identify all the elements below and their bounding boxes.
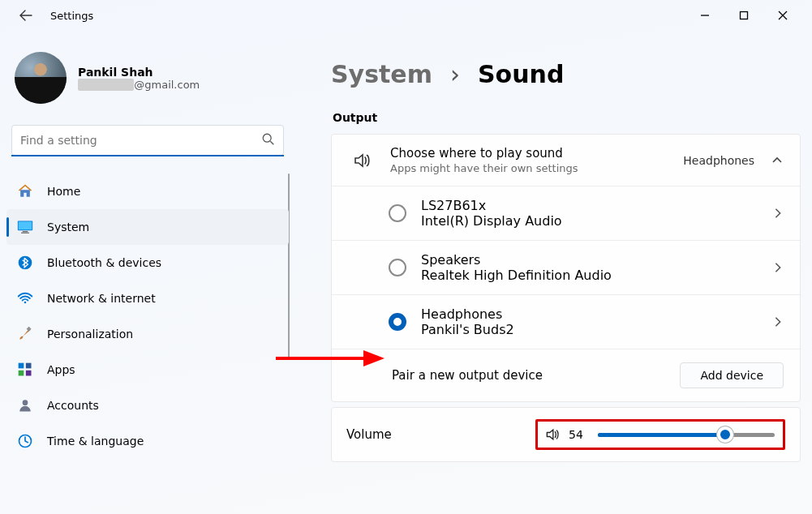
chevron-right-icon[interactable] <box>772 262 784 273</box>
sidebar-item-label: System <box>47 221 89 233</box>
output-card: Choose where to play sound Apps might ha… <box>331 134 801 402</box>
nav-list: Home System Bluetooth & devices Network … <box>6 173 289 459</box>
sidebar-item-label: Network & internet <box>47 292 156 305</box>
device-sub: Pankil's Buds2 <box>421 322 772 337</box>
sidebar-item-apps[interactable]: Apps <box>6 352 289 388</box>
user-email: xxxxxxxxx@gmail.com <box>78 79 200 91</box>
svg-rect-0 <box>741 12 748 19</box>
chevron-right-icon[interactable] <box>772 208 784 219</box>
chevron-right-icon[interactable] <box>772 316 784 328</box>
volume-label: Volume <box>346 427 535 442</box>
sidebar-item-home[interactable]: Home <box>6 173 289 209</box>
user-name: Pankil Shah <box>78 66 200 79</box>
speaker-icon <box>348 151 376 170</box>
minimize-button[interactable] <box>700 11 721 20</box>
volume-slider[interactable] <box>598 433 775 437</box>
sidebar-item-time-language[interactable]: Time & language <box>6 423 289 459</box>
system-icon <box>16 218 34 236</box>
radio-icon[interactable] <box>389 259 406 276</box>
breadcrumb-parent[interactable]: System <box>331 60 432 88</box>
svg-rect-8 <box>27 327 32 332</box>
svg-rect-5 <box>21 233 29 233</box>
svg-rect-3 <box>19 221 32 229</box>
bluetooth-icon <box>16 254 34 272</box>
sidebar-item-label: Home <box>47 185 80 198</box>
chevron-up-icon <box>771 154 784 167</box>
sidebar-item-label: Personalization <box>47 328 133 341</box>
svg-rect-10 <box>26 363 32 369</box>
pair-label: Pair a new output device <box>392 368 680 383</box>
breadcrumb-current: Sound <box>478 60 564 88</box>
user-block[interactable]: Pankil Shah xxxxxxxxx@gmail.com <box>6 45 289 118</box>
device-name: Speakers <box>421 252 772 268</box>
main-pane: System › Sound Output Choose where to pl… <box>295 31 812 514</box>
volume-highlight-box: 54 <box>535 419 785 450</box>
home-icon <box>16 182 34 200</box>
sidebar-item-network[interactable]: Network & internet <box>6 281 289 316</box>
radio-icon[interactable] <box>389 204 406 222</box>
sidebar-item-accounts[interactable]: Accounts <box>6 388 289 423</box>
wifi-icon <box>16 289 34 307</box>
output-section-label: Output <box>333 111 801 124</box>
device-row-ls27b61x[interactable]: LS27B61x Intel(R) Display Audio <box>332 186 800 240</box>
window-controls <box>700 11 804 20</box>
apps-icon <box>16 361 34 379</box>
sidebar-item-label: Accounts <box>47 399 99 412</box>
svg-rect-9 <box>19 363 24 369</box>
chevron-right-icon: › <box>450 60 460 88</box>
back-button[interactable] <box>13 2 39 28</box>
device-sub: Realtek High Definition Audio <box>421 268 772 283</box>
volume-slider-fill <box>598 433 725 437</box>
svg-rect-12 <box>26 371 32 376</box>
person-icon <box>16 396 34 414</box>
add-device-button[interactable]: Add device <box>680 362 784 388</box>
choose-output-sub: Apps might have their own settings <box>390 162 683 174</box>
svg-point-1 <box>263 134 271 142</box>
sidebar-item-system[interactable]: System <box>6 209 289 245</box>
titlebar: Settings <box>0 0 812 31</box>
volume-value: 54 <box>569 428 590 441</box>
radio-selected-icon[interactable] <box>389 313 406 331</box>
sidebar-item-personalization[interactable]: Personalization <box>6 316 289 352</box>
maximize-button[interactable] <box>739 11 760 20</box>
svg-point-7 <box>24 302 27 304</box>
search-icon <box>261 132 276 147</box>
volume-card: Volume 54 <box>331 407 801 462</box>
breadcrumb: System › Sound <box>331 60 801 88</box>
device-name: LS27B61x <box>421 198 772 213</box>
brush-icon <box>16 325 34 343</box>
svg-rect-4 <box>23 231 28 232</box>
avatar <box>15 52 67 104</box>
device-row-headphones[interactable]: Headphones Pankil's Buds2 <box>332 294 800 349</box>
sidebar-item-label: Apps <box>47 363 75 376</box>
search-focus-underline <box>11 155 284 156</box>
search-box[interactable] <box>11 125 284 156</box>
clock-globe-icon <box>16 432 34 450</box>
device-name: Headphones <box>421 306 772 322</box>
search-input[interactable] <box>11 125 284 156</box>
choose-output-title: Choose where to play sound <box>390 146 683 161</box>
device-sub: Intel(R) Display Audio <box>421 213 772 229</box>
choose-output-row[interactable]: Choose where to play sound Apps might ha… <box>332 135 800 186</box>
sidebar-item-label: Bluetooth & devices <box>47 256 161 269</box>
svg-rect-11 <box>19 371 24 376</box>
svg-point-13 <box>23 400 28 405</box>
device-row-speakers[interactable]: Speakers Realtek High Definition Audio <box>332 240 800 294</box>
app-title: Settings <box>50 10 93 22</box>
sidebar-item-bluetooth[interactable]: Bluetooth & devices <box>6 245 289 281</box>
arrow-left-icon <box>19 9 32 22</box>
sidebar-item-label: Time & language <box>47 435 144 448</box>
volume-slider-thumb[interactable] <box>717 426 733 443</box>
pair-device-row: Pair a new output device Add device <box>332 349 800 401</box>
selected-device-summary: Headphones <box>683 154 754 167</box>
close-button[interactable] <box>778 11 799 20</box>
volume-icon[interactable] <box>544 426 561 443</box>
sidebar: Pankil Shah xxxxxxxxx@gmail.com Home Sys… <box>0 31 295 514</box>
